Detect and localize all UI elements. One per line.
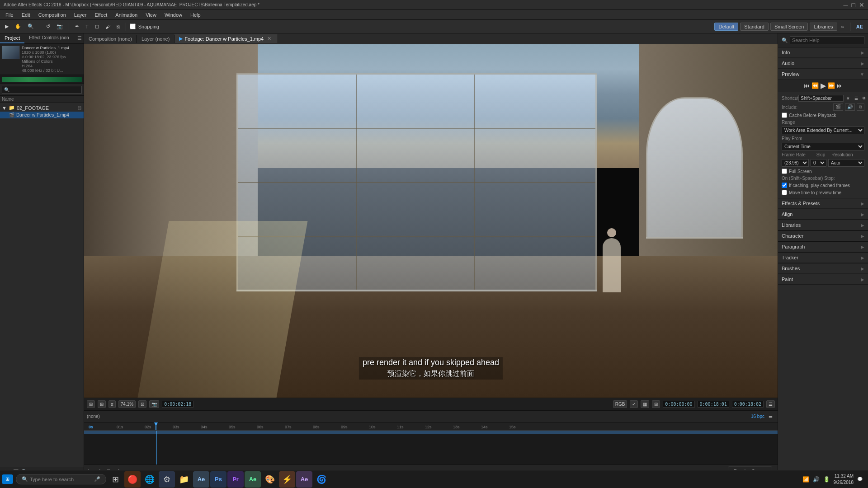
skip-to-start-btn[interactable]: ⏮ [804, 81, 810, 90]
menu-layer[interactable]: Layer [71, 11, 90, 19]
menu-file[interactable]: File [2, 11, 17, 19]
tool-paint[interactable]: 🖌 [103, 23, 113, 31]
paint-item[interactable]: Paint ▶ [778, 274, 868, 285]
tool-select[interactable]: ▶ [3, 22, 11, 31]
menu-view[interactable]: View [142, 11, 160, 19]
include-audio-icon[interactable]: 🔊 [845, 103, 855, 111]
menu-help[interactable]: Help [187, 11, 204, 19]
play-btn[interactable]: ▶ [821, 81, 826, 90]
project-search-input[interactable] [2, 86, 82, 94]
preview-item[interactable]: Preview ▼ [778, 69, 868, 80]
footage-home-btn[interactable]: ⊞ [87, 400, 95, 408]
workspace-small-screen[interactable]: Small Screen [770, 23, 808, 31]
tab-effect-controls[interactable]: Effect Controls (non [24, 33, 73, 43]
tool-hand[interactable]: ✋ [13, 22, 24, 31]
region-btn[interactable]: ⊞ [652, 400, 660, 408]
character-item[interactable]: Character ▶ [778, 231, 868, 241]
tree-file-dancer[interactable]: 🎬 Dancer w Particles_1.mp4 [0, 112, 84, 118]
workspace-default[interactable]: Default [714, 23, 738, 31]
timeline-menu-btn[interactable]: ☰ [766, 413, 775, 420]
maximize-button[interactable]: □ [852, 1, 855, 9]
info-item[interactable]: Info ▶ [778, 47, 868, 58]
move-time-checkbox[interactable] [782, 190, 787, 195]
minimize-button[interactable]: ─ [844, 1, 848, 9]
shortcut-options-btn[interactable]: ⧉ [861, 95, 867, 102]
step-back-btn[interactable]: ⏪ [811, 81, 819, 90]
taskbar-search[interactable]: 🔍 Type here to search 🎤 [16, 474, 106, 484]
workspace-more[interactable]: » [839, 23, 846, 31]
tool-camera[interactable]: 📷 [54, 22, 65, 31]
audio-item[interactable]: Audio ▶ [778, 58, 868, 69]
snapping-checkbox[interactable] [130, 23, 136, 29]
taskbar-ps-icon[interactable]: Ps [210, 471, 226, 488]
footage-tab-close[interactable]: ✕ [265, 36, 273, 42]
taskbar-chrome-icon[interactable]: ⚙ [159, 471, 175, 488]
taskbar-view-btn[interactable]: ⊞ [107, 471, 123, 488]
tool-zoom[interactable]: 🔍 [25, 22, 36, 31]
menu-composition[interactable]: Composition [35, 11, 70, 19]
shortcut-input[interactable] [798, 95, 844, 102]
snapshot-btn[interactable]: 📷 [149, 400, 159, 408]
shortcut-clear-btn[interactable]: ✕ [844, 95, 852, 102]
menu-effect[interactable]: Effect [91, 11, 111, 19]
workspace-standard[interactable]: Standard [740, 23, 769, 31]
network-icon[interactable]: 📶 [802, 476, 809, 483]
tool-text[interactable]: T [83, 23, 91, 31]
taskbar-ae3-icon[interactable]: Ae [296, 471, 312, 488]
include-video-icon[interactable]: 🎬 [833, 103, 843, 111]
tab-composition[interactable]: Composition (none) [84, 35, 137, 43]
start-button[interactable]: ⊞ [2, 474, 13, 484]
battery-icon[interactable]: 🔋 [823, 476, 830, 483]
tree-folder-footage[interactable]: ▼ 📁 02_FOOTAGE ⛓ [0, 104, 84, 112]
footage-viewer[interactable]: pre render it and if you skipped ahead 预… [84, 44, 778, 398]
taskbar-folder-icon[interactable]: 📁 [176, 471, 192, 488]
tool-clone[interactable]: ⎘ [114, 23, 122, 31]
taskbar-browser-icon[interactable]: 🌀 [313, 471, 330, 488]
resolution-select[interactable]: Auto Full Half Quarter [828, 159, 864, 167]
taskbar-ae-icon[interactable]: Ae [193, 471, 209, 488]
quality-btn[interactable]: ✓ [630, 400, 638, 408]
shortcut-menu-btn[interactable]: ☰ [853, 95, 860, 102]
tool-rotate[interactable]: ↺ [44, 22, 52, 31]
tab-layer[interactable]: Layer (none) [137, 35, 175, 43]
search-help-input[interactable] [790, 36, 864, 44]
menu-window[interactable]: Window [161, 11, 186, 19]
system-time[interactable]: 11:32 AM 9/26/2018 [834, 473, 854, 486]
work-area-bar[interactable] [84, 431, 778, 434]
libraries-item[interactable]: Libraries ▶ [778, 220, 868, 230]
full-screen-checkbox[interactable] [782, 169, 787, 174]
if-caching-checkbox[interactable] [782, 183, 787, 188]
include-overflow-icon[interactable]: ⧉ [857, 103, 864, 111]
tracker-item[interactable]: Tracker ▶ [778, 253, 868, 263]
close-button[interactable]: ✕ [859, 1, 864, 9]
brushes-item[interactable]: Brushes ▶ [778, 263, 868, 274]
sound-icon[interactable]: 🔊 [813, 476, 820, 483]
frame-rate-select[interactable]: (23.98) 24 30 [782, 159, 809, 167]
align-item[interactable]: Align ▶ [778, 209, 868, 220]
current-timecode[interactable]: 0:00:02:18 [162, 401, 193, 408]
transparency-btn[interactable]: ▦ [641, 400, 649, 408]
left-panel-menu[interactable]: ☰ [75, 33, 84, 43]
tool-pen[interactable]: ✒ [73, 22, 81, 31]
step-forward-btn[interactable]: ⏩ [828, 81, 835, 90]
channel-btn[interactable]: RGB [613, 400, 627, 408]
fit-icon[interactable]: ⊡ [138, 400, 146, 408]
tab-footage[interactable]: ▶ Footage: Dancer w Particles_1.mp4 ✕ [175, 34, 278, 43]
cache-before-playback-checkbox[interactable] [782, 113, 787, 118]
tab-project[interactable]: Project [0, 33, 24, 43]
taskbar-edge-icon[interactable]: 🌐 [142, 471, 158, 488]
action-center-icon[interactable]: 💬 [857, 477, 863, 482]
taskbar-pr-icon[interactable]: Pr [227, 471, 244, 488]
taskbar-misc-icon2[interactable]: ⚡ [279, 471, 295, 488]
menu-edit[interactable]: Edit [18, 11, 34, 19]
ae-icon[interactable]: AE [854, 23, 865, 31]
taskbar-ae2-icon[interactable]: Ae [245, 471, 261, 488]
footage-grid-btn[interactable]: ⊞ [98, 400, 106, 408]
workspace-libraries[interactable]: Libraries [810, 23, 837, 31]
tool-shape[interactable]: ◻ [93, 22, 101, 31]
taskbar-ie-icon[interactable]: 🔴 [124, 471, 141, 488]
paragraph-item[interactable]: Paragraph ▶ [778, 242, 868, 252]
footage-alpha-btn[interactable]: α [108, 400, 116, 408]
menu-animation[interactable]: Animation [112, 11, 141, 19]
viewer-menu-btn[interactable]: ☰ [766, 400, 775, 408]
